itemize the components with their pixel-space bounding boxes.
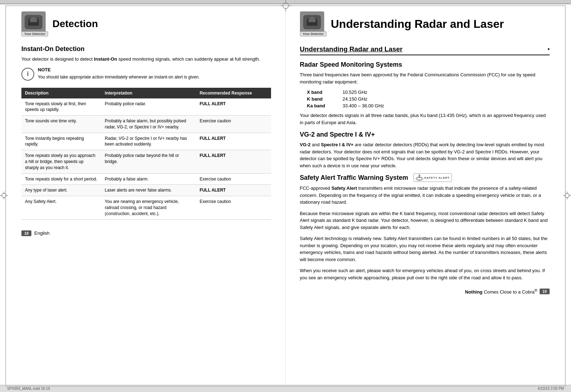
safety-alert-para4: When you receive such an alert, please w… — [300, 267, 550, 281]
table-cell-description-6: Any Safety Alert. — [21, 196, 101, 219]
table-cell-interpretation-3: Probably police radar beyond the hill or… — [101, 150, 196, 173]
right-crosshair — [563, 192, 571, 201]
vg2-section: VG-2 and Spectre I & IV+ VG-2 and Spectr… — [300, 131, 550, 169]
right-detector-label: Your Detector — [300, 31, 327, 36]
table-cell-response-0: FULL ALERT — [196, 98, 271, 116]
understanding-radar-header: Understanding Radar and Laser • — [300, 45, 550, 55]
bottom-bar: SPX955_MANL.indd 18-19 4/10/15 2:05 PM — [0, 385, 571, 392]
table-cell-response-4: Exercise caution — [196, 173, 271, 185]
table-cell-interpretation-0: Probably police radar. — [101, 98, 196, 116]
safety-alert-para3: Safety Alert technology is relatively ne… — [300, 235, 550, 263]
table-cell-description-4: Tone repeats slowly for a short period. — [21, 173, 101, 185]
radar-speed-section: Radar Speed Monitoring Systems Three ban… — [300, 61, 550, 126]
right-footer: Nothing Comes Close to a Cobra® 19 — [300, 288, 550, 295]
table-cell-interpretation-1: Probably a false alarm, but possibly pul… — [101, 116, 196, 133]
table-header-description: Description — [21, 88, 101, 98]
frequency-table: X band 10.525 GHz K band 24.150 GHz Ka b… — [307, 90, 550, 108]
instant-on-section: Instant-On Detection Your detector is de… — [21, 45, 271, 81]
right-detector-icon: Your Detector — [300, 11, 327, 36]
table-cell-response-5: FULL ALERT — [196, 185, 271, 196]
detection-table: Description Interpretation Recommended R… — [21, 88, 271, 220]
vg2-bold1: VG-2 — [300, 142, 311, 147]
note-text: You should take appropriate action immed… — [38, 74, 271, 80]
safety-alert-title: Safety Alert Traffic Warning System — [300, 174, 408, 182]
vg2-bold2: Spectre I & IV+ — [321, 142, 353, 147]
freq-value-x: 10.525 GHz — [343, 90, 367, 95]
note-icon: i — [21, 68, 34, 81]
main-content: Your Detector Detection Instant-On Detec… — [0, 4, 571, 385]
freq-band-k: K band — [307, 96, 332, 102]
page-container: Your Detector Detection Instant-On Detec… — [0, 0, 571, 392]
svg-point-16 — [417, 178, 422, 180]
top-crosshair — [280, 0, 291, 13]
right-page: Your Detector Understanding Radar and La… — [286, 4, 571, 385]
instant-on-bold: Instant-On — [94, 56, 117, 62]
safety-alert-logo-icon — [415, 174, 423, 181]
freq-row-k: K band 24.150 GHz — [307, 96, 550, 102]
table-cell-description-1: Tone sounds one time only. — [21, 116, 101, 133]
note-box: i NOTE You should take appropriate actio… — [21, 67, 271, 81]
table-cell-description-5: Any type of laser alert. — [21, 185, 101, 196]
understanding-radar-title: Understanding Radar and Laser — [300, 45, 403, 53]
radar-speed-intro: Three band frequencies have been approve… — [300, 71, 550, 85]
freq-value-k: 24.150 GHz — [343, 96, 367, 102]
bottom-left-file: SPX955_MANL.indd 18-19 — [7, 387, 538, 391]
note-content: NOTE You should take appropriate action … — [38, 67, 271, 80]
left-footer-language: English — [34, 230, 50, 236]
table-cell-description-0: Tone repeats slowly at first, then speed… — [21, 98, 101, 116]
freq-band-ka: Ka band — [307, 103, 332, 108]
vg2-text: VG-2 and Spectre I & IV+ are radar detec… — [300, 141, 550, 169]
table-cell-interpretation-4: Probably a false alarm. — [101, 173, 196, 185]
table-cell-interpretation-2: Radar, VG-2 or Spectre I or IV+ nearby h… — [101, 133, 196, 150]
radar-speed-title: Radar Speed Monitoring Systems — [300, 61, 550, 68]
table-header-interpretation: Interpretation — [101, 88, 196, 98]
table-cell-description-3: Tone repeats slowly as you approach a hi… — [21, 150, 101, 173]
left-section-header: Your Detector Detection — [21, 11, 271, 38]
left-page-number: 18 — [21, 230, 31, 236]
safety-logo-text1: SAFETY ALERT — [424, 176, 450, 179]
safety-alert-header: Safety Alert Traffic Warning System SAFE… — [300, 173, 550, 182]
left-detector-label: Your Detector — [21, 31, 48, 36]
radar-speed-note: Your detector detects signals in all thr… — [300, 112, 550, 126]
right-page-number: 19 — [540, 289, 550, 294]
left-crosshair — [0, 192, 8, 201]
safety-alert-para1: FCC-approved Safety Alert transmitters e… — [300, 185, 550, 206]
left-detector-icon: Your Detector — [21, 11, 48, 36]
vg2-title: VG-2 and Spectre I & IV+ — [300, 131, 550, 138]
freq-band-x: X band — [307, 90, 332, 95]
table-cell-response-2: FULL ALERT — [196, 133, 271, 150]
table-header-response: Recommended Response — [196, 88, 271, 98]
table-cell-response-6: Exercise caution — [196, 196, 271, 219]
safety-alert-bold: Safety Alert — [331, 185, 357, 191]
safety-alert-logo: SAFETY ALERT — [413, 173, 452, 182]
right-section-header: Your Detector Understanding Radar and La… — [300, 11, 550, 38]
note-symbol: i — [27, 70, 29, 78]
table-cell-response-1: Exercise caution — [196, 116, 271, 133]
table-cell-description-2: Tone instantly begins repeating rapidly. — [21, 133, 101, 150]
left-footer: 18 English — [21, 230, 271, 236]
instant-on-text: Your detector is designed to detect Inst… — [21, 56, 271, 63]
table-cell-response-3: FULL ALERT — [196, 150, 271, 173]
freq-value-ka: 33.400 – 36.00 GHz — [343, 103, 384, 108]
bottom-right-date: 4/10/15 2:05 PM — [538, 387, 564, 391]
safety-alert-para2: Because these microwave signals are with… — [300, 210, 550, 231]
right-section-title: Understanding Radar and Laser — [331, 17, 504, 31]
svg-point-0 — [283, 3, 289, 9]
instant-on-title: Instant-On Detection — [21, 45, 271, 53]
left-section-title: Detection — [52, 18, 98, 30]
left-page: Your Detector Detection Instant-On Detec… — [0, 4, 286, 385]
freq-row-x: X band 10.525 GHz — [307, 90, 550, 95]
note-title: NOTE — [38, 67, 271, 72]
table-cell-interpretation-5: Laser alerts are never false alarms. — [101, 185, 196, 196]
freq-row-ka: Ka band 33.400 – 36.00 GHz — [307, 103, 550, 108]
table-cell-interpretation-6: You are nearing an emergency vehicle, ra… — [101, 196, 196, 219]
safety-alert-section: Safety Alert Traffic Warning System SAFE… — [300, 173, 550, 281]
right-footer-cobra-text: Nothing Comes Close to a Cobra® — [465, 288, 537, 295]
